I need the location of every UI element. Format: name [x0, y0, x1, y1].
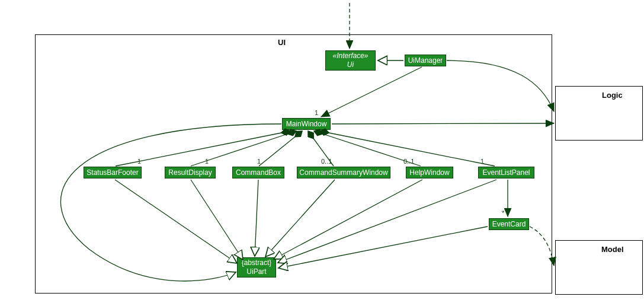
command-box-name: CommandBox — [236, 168, 281, 177]
mult-event-list-panel: 1 — [480, 158, 484, 165]
mult-command-summary-window: 0..1 — [321, 158, 332, 165]
class-event-list-panel: EventListPanel — [478, 167, 534, 178]
status-bar-footer-name: StatusBarFooter — [86, 168, 138, 177]
help-window-name: HelpWindow — [409, 168, 449, 177]
ui-manager-name: UiManager — [408, 56, 443, 65]
package-model — [555, 240, 643, 295]
package-logic — [555, 86, 643, 141]
mult-result-display: 1 — [205, 158, 209, 165]
event-card-name: EventCard — [492, 220, 526, 229]
class-result-display: ResultDisplay — [165, 167, 216, 178]
mult-main-window: 1 — [315, 109, 318, 116]
mult-event-card: * — [502, 209, 504, 216]
package-model-label: Model — [601, 245, 624, 254]
class-ui-interface: «Interface» Ui — [325, 50, 376, 71]
class-event-card: EventCard — [489, 218, 529, 230]
ui-interface-name: Ui — [347, 60, 354, 69]
class-ui-manager: UiManager — [405, 55, 446, 66]
mult-status-bar-footer: 1 — [137, 158, 141, 165]
ui-part-name: UiPart — [246, 267, 266, 276]
class-main-window: MainWindow — [282, 118, 331, 130]
package-ui-label: UI — [278, 38, 286, 47]
command-summary-window-name: CommandSummaryWindow — [299, 168, 387, 177]
result-display-name: ResultDisplay — [168, 168, 212, 177]
class-command-box: CommandBox — [232, 167, 284, 178]
class-command-summary-window: CommandSummaryWindow — [297, 167, 390, 178]
package-ui — [35, 34, 552, 294]
event-list-panel-name: EventListPanel — [482, 168, 530, 177]
class-ui-part: {abstract} UiPart — [237, 257, 276, 278]
ui-part-stereotype: {abstract} — [242, 259, 272, 267]
ui-interface-stereotype: «Interface» — [332, 52, 368, 60]
class-status-bar-footer: StatusBarFooter — [84, 167, 142, 178]
package-logic-label: Logic — [602, 91, 623, 100]
mult-command-box: 1 — [257, 158, 261, 165]
mult-help-window: 0..1 — [403, 158, 414, 165]
main-window-name: MainWindow — [286, 120, 327, 129]
class-help-window: HelpWindow — [406, 167, 453, 178]
